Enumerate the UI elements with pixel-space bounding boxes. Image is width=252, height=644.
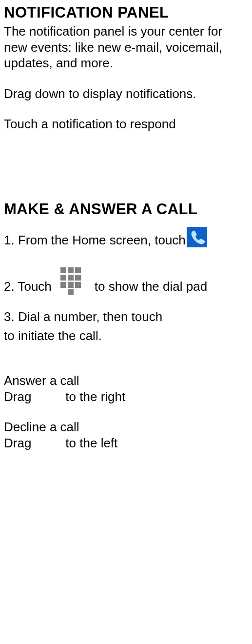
notif-desc-3: Touch a notification to respond: [4, 116, 248, 132]
notif-desc-1: The notification panel is your center fo…: [4, 23, 248, 71]
dialpad-icon: [60, 267, 81, 295]
decline-drag-word: Drag: [4, 436, 31, 450]
step-1-text: 1. From the Home screen, touch: [4, 233, 186, 247]
step-3-line-2: to initiate the call.: [4, 328, 248, 344]
step-2-before: 2. Touch: [4, 279, 52, 295]
heading-notification-panel: NOTIFICATION PANEL: [4, 4, 248, 21]
decline-drag-dir: to the left: [65, 436, 117, 450]
answer-drag-dir: to the right: [65, 389, 125, 404]
answer-drag-word: Drag: [4, 389, 31, 404]
step-3-line-1: 3. Dial a number, then touch: [4, 309, 248, 325]
heading-make-answer-call: MAKE & ANSWER A CALL: [4, 201, 248, 218]
answer-call-drag: Dragto the right: [4, 389, 248, 405]
decline-call-heading: Decline a call: [4, 419, 248, 435]
step-1: 1. From the Home screen, touch: [4, 227, 248, 248]
notif-desc-2: Drag down to display notifications.: [4, 86, 248, 102]
decline-call-drag: Dragto the left: [4, 435, 248, 451]
step-2-after: to show the dial pad: [95, 279, 207, 295]
phone-icon: [187, 227, 207, 247]
answer-call-heading: Answer a call: [4, 373, 248, 389]
step-2: 2. Touch to show the dial pad: [4, 267, 248, 295]
